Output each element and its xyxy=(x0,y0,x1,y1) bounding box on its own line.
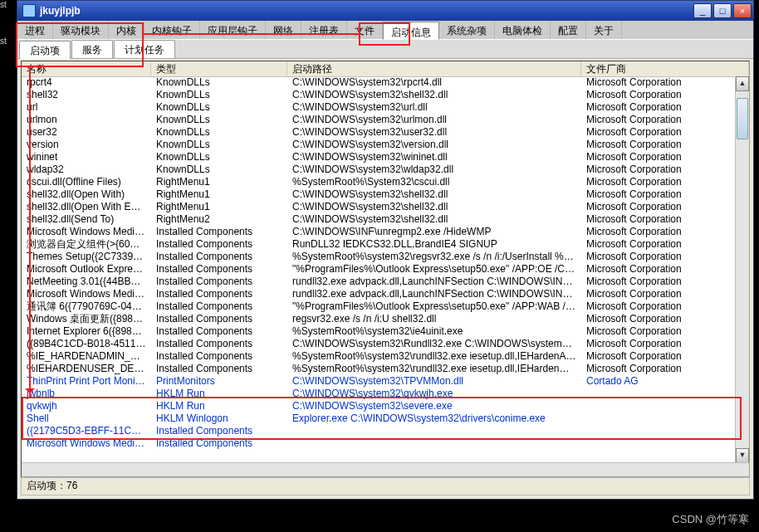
cell: Microsoft Corporation xyxy=(581,238,736,251)
column-headers[interactable]: 名称 类型 启动路径 文件厂商 xyxy=(22,61,749,77)
cell xyxy=(581,388,736,400)
cell: KnownDLLs xyxy=(151,114,287,126)
table-row[interactable]: ThinPrint Print Port Monitor f…PrintMoni… xyxy=(22,375,736,388)
table-row[interactable]: 浏览器自定义组件(>{60B4…Installed ComponentsRunD… xyxy=(22,238,736,251)
cell: qvkwjh xyxy=(22,400,151,412)
main-tab-2[interactable]: 内核 xyxy=(109,21,144,39)
sub-tab-0[interactable]: 启动项 xyxy=(19,41,71,59)
cell: Explorer.exe C:\WINDOWS\system32\drivers… xyxy=(287,412,581,425)
cell xyxy=(581,400,736,412)
main-tab-5[interactable]: 网络 xyxy=(266,21,301,39)
table-row[interactable]: Microsoft Windows Media Pla…Installed Co… xyxy=(22,437,736,450)
cell: C:\WINDOWS\system32\user32.dll xyxy=(287,126,581,139)
main-tab-12[interactable]: 关于 xyxy=(586,21,622,39)
cell: Microsoft Corporation xyxy=(581,338,736,350)
cell: C:\WINDOWS\system32\wldap32.dll xyxy=(287,164,581,176)
main-tab-1[interactable]: 驱动模块 xyxy=(53,21,109,39)
main-tab-0[interactable]: 进程 xyxy=(17,21,53,39)
table-row[interactable]: jwbnlbHKLM RunC:\WINDOWS\system32\qvkwjh… xyxy=(22,388,736,400)
table-row[interactable]: urlKnownDLLsC:\WINDOWS\system32\url.dllM… xyxy=(22,101,736,114)
title-bar[interactable]: jkuyjlpjb _ □ × xyxy=(17,1,753,21)
main-tab-4[interactable]: 应用层钩子 xyxy=(200,21,266,39)
maximize-button[interactable]: □ xyxy=(713,3,732,18)
col-vendor[interactable]: 文件厂商 xyxy=(581,61,749,77)
table-row[interactable]: shell32.dll(Open With Encryp…RightMenu1C… xyxy=(22,201,736,213)
list-view[interactable]: 名称 类型 启动路径 文件厂商 rpcrt4KnownDLLsC:\WINDOW… xyxy=(21,61,750,477)
col-type[interactable]: 类型 xyxy=(151,61,287,77)
cell: %SystemRoot%\system32\rundll32.exe ieset… xyxy=(287,363,581,375)
cell: %SystemRoot%\system32\ie4uinit.exe xyxy=(287,325,581,338)
table-row[interactable]: wininetKnownDLLsC:\WINDOWS\system32\wini… xyxy=(22,151,736,164)
cell: Installed Components xyxy=(151,363,287,375)
cell: Microsoft Windows Media Pla… xyxy=(22,288,151,300)
table-row[interactable]: %IEHARDENUSER_DESC%({…Installed Componen… xyxy=(22,363,736,375)
table-row[interactable]: shell32KnownDLLsC:\WINDOWS\system32\shel… xyxy=(22,89,736,101)
main-tab-8[interactable]: 启动信息 xyxy=(383,22,439,40)
cell: rundll32.exe advpack.dll,LaunchINFSectio… xyxy=(287,288,581,300)
main-tab-9[interactable]: 系统杂项 xyxy=(439,21,495,39)
table-row[interactable]: cscui.dll(Offline Files)RightMenu1%Syste… xyxy=(22,176,736,188)
table-row[interactable]: versionKnownDLLsC:\WINDOWS\system32\vers… xyxy=(22,139,736,151)
table-row[interactable]: qvkwjhHKLM RunC:\WINDOWS\system32\severe… xyxy=(22,400,736,412)
cell: Microsoft Corporation xyxy=(581,276,736,288)
table-row[interactable]: NetMeeting 3.01({44BBA842…Installed Comp… xyxy=(22,276,736,288)
cell: 浏览器自定义组件(>{60B4… xyxy=(22,238,151,251)
horizontal-scrollbar[interactable] xyxy=(22,462,749,476)
sub-tab-1[interactable]: 服务 xyxy=(71,40,113,58)
main-tab-10[interactable]: 电脑体检 xyxy=(495,21,551,39)
cell: ({89B4C1CD-B018-4511-B0A… xyxy=(22,338,151,350)
sub-tab-2[interactable]: 计划任务 xyxy=(114,40,175,58)
cell: C:\WINDOWS\system32\shell32.dll xyxy=(287,89,581,101)
table-row[interactable]: ShellHKLM WinlogonExplorer.exe C:\WINDOW… xyxy=(22,412,736,425)
table-row[interactable]: wldap32KnownDLLsC:\WINDOWS\system32\wlda… xyxy=(22,164,736,176)
main-tabbar: 进程驱动模块内核内核钩子应用层钩子网络注册表文件启动信息系统杂项电脑体检配置关于 xyxy=(17,21,753,40)
table-row[interactable]: 通讯簿 6({7790769C-0471-1…Installed Compone… xyxy=(22,300,736,313)
table-row[interactable]: rpcrt4KnownDLLsC:\WINDOWS\system32\rpcrt… xyxy=(22,76,736,89)
main-tab-7[interactable]: 文件 xyxy=(347,21,383,39)
cell: Microsoft Corporation xyxy=(581,89,736,101)
cell: Microsoft Corporation xyxy=(581,300,736,313)
minimize-button[interactable]: _ xyxy=(693,3,712,18)
table-row[interactable]: Microsoft Windows Media Pla…Installed Co… xyxy=(22,226,736,238)
cell: jwbnlb xyxy=(22,388,151,400)
cell: KnownDLLs xyxy=(151,151,287,164)
vertical-scrollbar[interactable]: ▲ ▼ xyxy=(735,76,749,463)
main-tab-3[interactable]: 内核钩子 xyxy=(144,21,200,39)
main-tab-11[interactable]: 配置 xyxy=(551,21,586,39)
cell: C:\WINDOWS\INF\unregmp2.exe /HideWMP xyxy=(287,226,581,238)
scroll-thumb[interactable] xyxy=(737,98,748,139)
table-row[interactable]: Microsoft Outlook Express 6(…Installed C… xyxy=(22,263,736,276)
table-row[interactable]: Microsoft Windows Media Pla…Installed Co… xyxy=(22,288,736,300)
cell: Installed Components xyxy=(151,425,287,437)
cell: C:\WINDOWS\system32\wininet.dll xyxy=(287,151,581,164)
cell: Microsoft Corporation xyxy=(581,325,736,338)
scroll-up-button[interactable]: ▲ xyxy=(736,76,749,91)
cell: Installed Components xyxy=(151,437,287,450)
cell: Installed Components xyxy=(151,276,287,288)
cell: Installed Components xyxy=(151,325,287,338)
cell: ThinPrint Print Port Monitor f… xyxy=(22,375,151,388)
col-name[interactable]: 名称 xyxy=(22,61,151,77)
cell: C:\WINDOWS\system32\shell32.dll xyxy=(287,201,581,213)
cell: C:\WINDOWS\system32\version.dll xyxy=(287,139,581,151)
cell: Windows 桌面更新({898202… xyxy=(22,313,151,325)
table-row[interactable]: Themes Setup({2C7339CF-2…Installed Compo… xyxy=(22,251,736,263)
cell xyxy=(287,425,581,437)
table-row[interactable]: urlmonKnownDLLsC:\WINDOWS\system32\urlmo… xyxy=(22,114,736,126)
table-row[interactable]: ({2179C5D3-EBFF-11CF-B6F…Installed Compo… xyxy=(22,425,736,437)
table-row[interactable]: Internet Explorer 6({898202…Installed Co… xyxy=(22,325,736,338)
cell: Installed Components xyxy=(151,350,287,363)
table-row[interactable]: %IE_HARDENADMIN_BASE_D…Installed Compone… xyxy=(22,350,736,363)
cell: Microsoft Corporation xyxy=(581,350,736,363)
table-row[interactable]: user32KnownDLLsC:\WINDOWS\system32\user3… xyxy=(22,126,736,139)
scroll-down-button[interactable]: ▼ xyxy=(736,448,749,463)
close-button[interactable]: × xyxy=(733,3,752,18)
col-path[interactable]: 启动路径 xyxy=(287,61,581,77)
table-row[interactable]: shell32.dll(Send To)RightMenu2C:\WINDOWS… xyxy=(22,213,736,226)
table-row[interactable]: ({89B4C1CD-B018-4511-B0A…Installed Compo… xyxy=(22,338,736,350)
cell: Installed Components xyxy=(151,313,287,325)
table-row[interactable]: Windows 桌面更新({898202…Installed Component… xyxy=(22,313,736,325)
table-row[interactable]: shell32.dll(Open With)RightMenu1C:\WINDO… xyxy=(22,188,736,201)
cell: wininet xyxy=(22,151,151,164)
main-tab-6[interactable]: 注册表 xyxy=(301,21,347,39)
